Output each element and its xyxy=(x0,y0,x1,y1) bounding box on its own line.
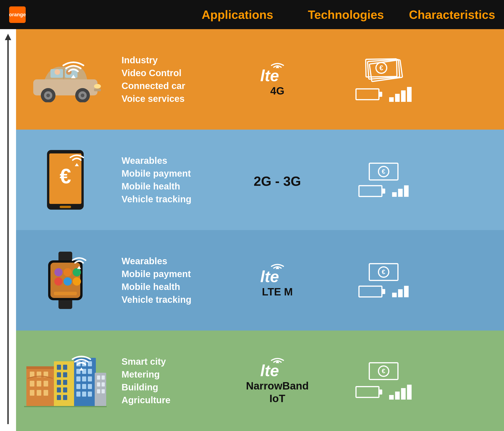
char-row-ltem xyxy=(358,285,409,297)
wifi-icon-nbiot xyxy=(71,353,92,373)
battery-icon-nbiot xyxy=(355,386,382,398)
svg-rect-50 xyxy=(63,387,67,393)
characteristics-label: Characteristics xyxy=(409,8,495,22)
wifi-icon-2g3g xyxy=(66,149,87,168)
lte-logo-nbiot: lte xyxy=(259,357,296,377)
app-4g-text: IndustryVideo ControlConnected carVoice … xyxy=(122,54,216,105)
svg-rect-72 xyxy=(97,382,100,386)
svg-rect-73 xyxy=(102,382,105,386)
svg-text:lte: lte xyxy=(260,67,279,82)
battery-icon-2g3g xyxy=(358,185,385,197)
applications-4g: IndustryVideo ControlConnected carVoice … xyxy=(115,49,223,110)
app-nbiot-text: Smart cityMeteringBuildingAgriculture xyxy=(122,355,216,406)
svg-rect-47 xyxy=(57,380,61,385)
main-content: Cost, Throughput, Low latency xyxy=(0,29,504,431)
svg-rect-44 xyxy=(63,365,67,370)
svg-rect-40 xyxy=(44,390,48,396)
illustration-ltem xyxy=(16,247,115,313)
svg-rect-71 xyxy=(102,376,105,380)
svg-rect-66 xyxy=(76,392,81,397)
applications-label: Applications xyxy=(202,8,273,22)
signal-bars-nbiot xyxy=(389,385,412,400)
tech-name-2g3g: 2G - 3G xyxy=(254,174,301,189)
technologies-ltem: lte LTE M xyxy=(223,258,332,303)
svg-point-6 xyxy=(46,94,50,97)
characteristics-ltem: € xyxy=(332,258,435,302)
svg-rect-64 xyxy=(82,384,86,389)
battery-icon-ltem xyxy=(358,285,385,297)
svg-point-9 xyxy=(81,94,84,97)
wifi-icon-4g xyxy=(62,59,85,84)
money-icon-2g3g: € xyxy=(369,163,398,181)
technologies-2g3g: 2G - 3G xyxy=(223,166,332,193)
svg-rect-35 xyxy=(30,381,34,386)
svg-rect-18 xyxy=(60,206,71,208)
row-2g3g: € WearablesMobile paymentMobile healthVe… xyxy=(16,130,504,230)
row-ltem: WearablesMobile paymentMobile healthVehi… xyxy=(16,230,504,330)
svg-point-27 xyxy=(63,277,72,285)
svg-rect-37 xyxy=(44,381,48,386)
wifi-icon-ltem xyxy=(69,252,90,271)
technologies-nbiot: lte NarrowBandIoT xyxy=(223,352,332,409)
svg-rect-65 xyxy=(88,384,92,389)
svg-rect-48 xyxy=(63,380,67,385)
signal-bars-4g xyxy=(389,87,412,102)
tech-name-4g: 4G xyxy=(270,85,284,97)
row-nbiot: Smart cityMeteringBuildingAgriculture lt… xyxy=(16,330,504,431)
axis-wrapper: Cost, Throughput, Low latency xyxy=(0,29,16,431)
svg-rect-61 xyxy=(82,376,86,381)
svg-rect-38 xyxy=(30,390,34,396)
svg-text:lte: lte xyxy=(260,362,279,377)
characteristics-4g: € xyxy=(332,53,435,106)
char-row-nbiot xyxy=(355,385,412,400)
svg-rect-74 xyxy=(97,389,100,393)
technologies-label: Technologies xyxy=(308,8,384,22)
characteristics-nbiot: € xyxy=(332,358,435,404)
city-illustration xyxy=(24,354,107,407)
svg-text:€: € xyxy=(60,165,71,188)
illustration-2g3g: € xyxy=(16,144,115,215)
money-icon-nbiot: € xyxy=(369,362,398,380)
tech-name-nbiot: NarrowBandIoT xyxy=(246,380,309,405)
row-4g: IndustryVideo ControlConnected carVoice … xyxy=(16,29,504,130)
svg-text:lte: lte xyxy=(260,268,279,283)
svg-rect-75 xyxy=(102,389,105,393)
svg-point-10 xyxy=(94,84,101,89)
app-2g3g-text: WearablesMobile paymentMobile healthVehi… xyxy=(122,154,216,206)
svg-point-28 xyxy=(73,277,81,285)
applications-2g3g: WearablesMobile paymentMobile healthVehi… xyxy=(115,150,223,210)
axis-line xyxy=(7,36,9,424)
money-stack-icon: € xyxy=(363,57,404,82)
svg-rect-29 xyxy=(54,292,77,295)
svg-rect-49 xyxy=(57,387,61,393)
signal-bars-2g3g xyxy=(392,185,409,197)
svg-point-12 xyxy=(54,69,60,75)
header-titles: Applications Technologies Characteristic… xyxy=(183,0,504,29)
svg-rect-36 xyxy=(37,381,41,386)
svg-rect-39 xyxy=(37,390,41,396)
svg-rect-67 xyxy=(82,392,86,397)
svg-rect-45 xyxy=(57,372,61,377)
svg-rect-68 xyxy=(88,392,92,397)
svg-rect-11 xyxy=(94,89,101,91)
applications-nbiot: Smart cityMeteringBuildingAgriculture xyxy=(115,350,223,411)
lte-logo-ltem: lte xyxy=(259,263,296,283)
svg-rect-62 xyxy=(88,376,92,381)
lte-logo-4g: lte xyxy=(259,62,296,82)
rows-container: IndustryVideo ControlConnected carVoice … xyxy=(16,29,504,431)
svg-rect-60 xyxy=(76,376,81,381)
technologies-4g: lte 4G xyxy=(223,57,332,102)
logo-text: orange xyxy=(9,12,26,18)
app-ltem-text: WearablesMobile paymentMobile healthVehi… xyxy=(122,255,216,306)
svg-rect-52 xyxy=(63,395,67,400)
char-row-2g3g xyxy=(358,185,409,197)
svg-point-23 xyxy=(54,268,63,276)
signal-bars-ltem xyxy=(392,286,409,297)
svg-rect-76 xyxy=(24,406,107,407)
svg-point-26 xyxy=(54,277,63,285)
svg-rect-63 xyxy=(76,384,81,389)
characteristics-2g3g: € xyxy=(332,158,435,202)
svg-rect-41 xyxy=(26,366,54,369)
header: orange Applications Technologies Charact… xyxy=(0,0,504,29)
header-applications: Applications xyxy=(183,8,292,22)
